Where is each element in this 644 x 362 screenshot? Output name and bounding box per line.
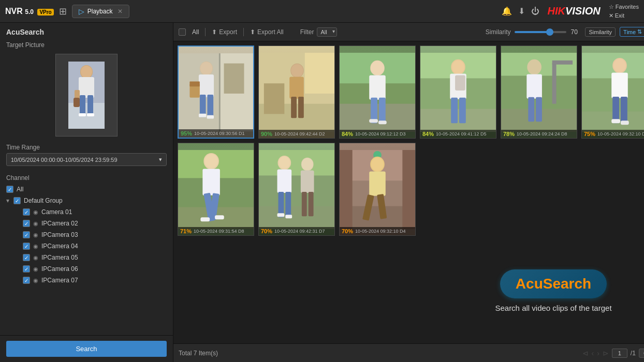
result-item-7[interactable]: 71% 10-05-2024 09:31:54 D8 (178, 143, 254, 236)
result-4-svg (420, 52, 496, 132)
camera-d2-checkbox[interactable] (23, 220, 30, 227)
pagination: ⊲ ‹ › ⊳ /1 GO (582, 349, 644, 358)
similarity-slider[interactable] (515, 31, 566, 33)
svg-rect-95 (309, 191, 314, 216)
svg-rect-94 (302, 191, 307, 216)
camera-d1[interactable]: ◉ Camera 01 (6, 206, 167, 218)
camera-d3-checkbox[interactable] (23, 231, 30, 238)
results-row-2: 71% 10-05-2024 09:31:54 D8 (178, 143, 644, 236)
svg-rect-79 (200, 217, 210, 221)
svg-rect-42 (378, 120, 387, 124)
camera-d4-checkbox[interactable] (23, 243, 30, 250)
camera-d5-checkbox[interactable] (23, 254, 30, 261)
svg-point-3 (81, 66, 92, 78)
playback-label: Playback (87, 8, 113, 15)
target-picture-box[interactable] (55, 54, 118, 137)
svg-rect-80 (215, 215, 224, 219)
export-icon: ⬆ (212, 28, 217, 36)
filter-section: Filter All ▾ (300, 27, 338, 37)
channel-all[interactable]: All (6, 184, 167, 195)
star-icon: ☆ (609, 4, 614, 10)
result-item-8[interactable]: 70% 10-05-2024 09:42:31 D7 (258, 143, 335, 236)
camera-d6-text: IPCamera 06 (41, 265, 78, 273)
result-item-3[interactable]: 84% 10-05-2024 09:12:12 D3 (339, 46, 416, 139)
svg-rect-41 (369, 119, 378, 123)
toolbar-divider-1 (205, 28, 206, 36)
result-5-meta: 10-05-2024 09:24:24 D8 (517, 131, 567, 137)
default-group[interactable]: ▾ Default Group (6, 195, 167, 206)
page-input[interactable] (612, 349, 627, 358)
result-2-overlay: 90% 10-05-2024 09:42:44 D2 (259, 130, 334, 138)
page-prev-icon[interactable]: ‹ (592, 349, 594, 357)
camera-d3[interactable]: ◉ IPCamera 03 (6, 229, 167, 240)
svg-rect-17 (199, 74, 214, 97)
camera-d4[interactable]: ◉ IPCamera 04 (6, 240, 167, 252)
camera-d7[interactable]: ◉ IPCamera 07 (6, 275, 167, 286)
favorites-button[interactable]: ☆ Favorites (609, 4, 639, 10)
svg-rect-59 (528, 97, 534, 121)
svg-rect-50 (451, 97, 458, 123)
all-checkbox[interactable] (6, 186, 13, 193)
svg-rect-31 (291, 96, 297, 117)
edition-badge: VPro (37, 9, 53, 16)
svg-rect-60 (536, 97, 542, 121)
result-item-4[interactable]: 84% 10-05-2024 09:41:12 D5 (420, 46, 496, 139)
export-button[interactable]: ⬆ Export (212, 28, 237, 36)
result-9-overlay: 70% 10-05-2024 09:32:10 D4 (340, 227, 415, 235)
camera-d2-icon: ◉ (33, 220, 38, 227)
camera-d6-icon: ◉ (33, 266, 38, 273)
svg-rect-99 (340, 150, 353, 229)
sort-time-button[interactable]: Time ⇅ (620, 27, 644, 37)
go-button[interactable]: GO (639, 349, 644, 358)
sort-similarity-button[interactable]: Similarity (585, 27, 616, 37)
results-row-1: 95% 10-05-2024 09:30:56 D1 (178, 46, 644, 139)
camera-d2[interactable]: ◉ IPCamera 02 (6, 218, 167, 229)
result-item-5[interactable]: 78% 10-05-2024 09:24:24 D8 (501, 46, 577, 139)
channel-label: Channel (0, 170, 173, 184)
playback-icon: ▷ (79, 7, 84, 16)
result-3-svg (340, 52, 415, 132)
playback-tab[interactable]: ▷ Playback ✕ (72, 5, 130, 18)
right-panel: All ⬆ Export ⬆ Export All Filter All ▾ (173, 23, 644, 362)
time-range-select[interactable]: 10/05/2024 00:00:00-10/05/2024 23:59:59 … (6, 153, 167, 166)
svg-point-29 (291, 64, 303, 77)
select-all-checkbox[interactable] (179, 28, 186, 36)
result-1-meta: 10-05-2024 09:30:56 D1 (194, 131, 245, 136)
svg-point-65 (613, 58, 626, 72)
group-text: Default Group (24, 197, 63, 204)
camera-d6[interactable]: ◉ IPCamera 06 (6, 263, 167, 275)
export-all-icon: ⬆ (250, 28, 255, 36)
power-icon[interactable]: ⏻ (531, 7, 539, 16)
grid-icon[interactable]: ⊞ (59, 6, 67, 17)
group-checkbox[interactable] (13, 197, 21, 204)
result-item-2[interactable]: 90% 10-05-2024 09:42:44 D2 (258, 46, 335, 139)
svg-rect-4 (79, 77, 94, 98)
svg-rect-69 (611, 119, 620, 123)
acusearch-title: AcuSearch (516, 276, 591, 292)
camera-d1-checkbox[interactable] (23, 208, 30, 216)
download-icon[interactable]: ⬇ (518, 6, 525, 16)
search-button[interactable]: Search (6, 341, 167, 357)
export-all-button[interactable]: ⬆ Export All (250, 28, 284, 36)
svg-rect-45 (420, 109, 496, 131)
svg-rect-30 (289, 77, 304, 98)
close-tab-icon[interactable]: ✕ (118, 8, 123, 15)
result-item-9[interactable]: 70% 10-05-2024 09:32:10 D4 (339, 143, 416, 236)
acusearch-promo: AcuSearch Search all video clips of the … (455, 269, 644, 312)
result-2-percent: 90% (261, 131, 272, 137)
svg-rect-26 (264, 83, 284, 114)
camera-d7-checkbox[interactable] (23, 277, 30, 284)
page-last-icon[interactable]: ⊳ (603, 349, 609, 357)
filter-select[interactable]: All (317, 27, 337, 37)
result-6-svg (582, 52, 644, 132)
exit-button[interactable]: ✕ Exit (609, 12, 639, 19)
bell-icon[interactable]: 🔔 (502, 6, 512, 16)
camera-d5[interactable]: ◉ IPCamera 05 (6, 252, 167, 263)
result-item-1[interactable]: 95% 10-05-2024 09:30:56 D1 (178, 46, 254, 139)
result-item-6[interactable]: 75% 10-05-2024 09:32:10 D3 (581, 46, 644, 139)
top-bar-icons: 🔔 ⬇ ⏻ (502, 6, 539, 16)
camera-d6-checkbox[interactable] (23, 265, 30, 273)
page-first-icon[interactable]: ⊲ (582, 349, 589, 357)
camera-d4-text: IPCamera 04 (41, 243, 78, 250)
page-next-icon[interactable]: › (597, 349, 599, 357)
